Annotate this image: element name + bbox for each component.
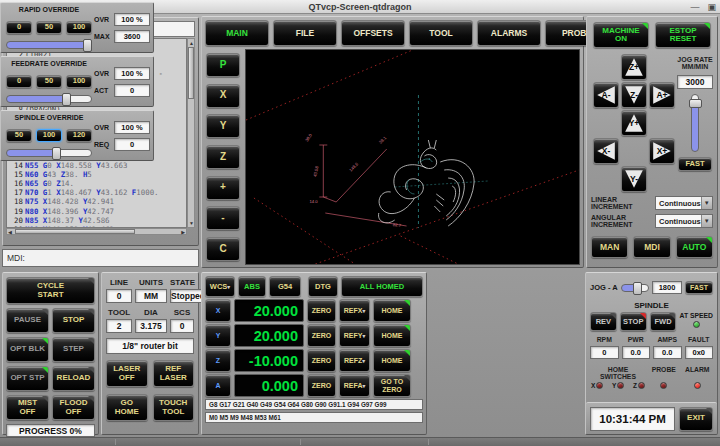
go-home-button[interactable]: GO HOME <box>106 394 148 421</box>
override-slider[interactable] <box>6 149 92 157</box>
step-button[interactable]: STEP <box>52 337 95 362</box>
mode-mdi-button[interactable]: MDI <box>633 236 670 258</box>
jog-a+-button[interactable]: A+ <box>649 82 675 108</box>
ref-a-button[interactable]: REFA ▾ <box>339 374 370 397</box>
home-x-button[interactable]: HOME <box>373 299 411 322</box>
override-preset-100-button[interactable]: 100 <box>66 21 92 34</box>
override-preset-100-button[interactable]: 100 <box>66 75 92 88</box>
override-slider[interactable] <box>6 41 92 49</box>
cycle-start-button[interactable]: CYCLE START <box>6 277 95 304</box>
override-slider-thumb[interactable] <box>62 93 71 106</box>
override-slider-thumb[interactable] <box>83 39 92 52</box>
preview-button-y[interactable]: Y <box>206 114 240 138</box>
jog-rate-slider[interactable] <box>691 94 699 152</box>
scroll-up-icon[interactable]: ▲ <box>189 40 194 46</box>
zero-a-button[interactable]: ZERO <box>307 374 336 397</box>
jog-y+-button[interactable]: Y+ <box>621 110 647 136</box>
wcs-dropdown-button[interactable]: WCS ▾ <box>205 276 235 297</box>
jog-fast-button[interactable]: FAST <box>678 157 712 171</box>
preview-button--[interactable]: - <box>206 206 240 230</box>
reload-button[interactable]: RELOAD <box>52 366 95 391</box>
mdi-input[interactable]: MDI: <box>2 249 199 267</box>
zero-z-button[interactable]: ZERO <box>307 349 336 372</box>
pause-button[interactable]: PAUSE <box>6 308 49 333</box>
minimize-icon[interactable]: — <box>690 1 699 13</box>
machine-on-button[interactable]: MACHINE ON <box>593 22 649 48</box>
jog-z+-button[interactable]: Z+ <box>621 54 647 80</box>
jog-z--button[interactable]: Z- <box>621 82 647 108</box>
hscroll-thumb[interactable] <box>15 229 135 234</box>
dtg-button[interactable]: DTG <box>308 276 338 297</box>
tab-file[interactable]: FILE <box>273 20 337 46</box>
axis-y-button[interactable]: Y <box>205 324 231 347</box>
spindle-rev-button[interactable]: REV <box>590 312 617 331</box>
override-preset-120-button[interactable]: 120 <box>66 129 92 142</box>
tab-offsets[interactable]: OFFSETS <box>341 20 405 46</box>
increment-dropdown[interactable]: Continuous▼ <box>655 214 713 228</box>
stop-button[interactable]: STOP <box>52 308 95 333</box>
jog-a-slider-thumb[interactable] <box>633 282 642 295</box>
preview-button-c[interactable]: C <box>206 237 240 261</box>
jog-a--button[interactable]: A- <box>593 82 619 108</box>
home-y-button[interactable]: HOME <box>373 324 411 347</box>
opt-blk-button[interactable]: OPT BLK <box>6 337 49 362</box>
touch-tool-button[interactable]: TOUCH TOOL <box>153 394 195 421</box>
axis-a-button[interactable]: A <box>205 374 231 397</box>
override-preset-50-button[interactable]: 50 <box>36 75 62 88</box>
home-z-button[interactable]: HOME <box>373 349 411 372</box>
laser-off-button[interactable]: LASER OFF <box>106 360 148 387</box>
ref-x-button[interactable]: REFX ▾ <box>339 299 370 322</box>
ref-y-button[interactable]: REFY ▾ <box>339 324 370 347</box>
maximize-icon[interactable]: ▣ <box>707 1 716 13</box>
exit-button[interactable]: EXIT <box>679 407 713 431</box>
scroll-down-icon[interactable]: ▼ <box>189 220 194 226</box>
override-slider[interactable] <box>6 95 92 103</box>
mode-man-button[interactable]: MAN <box>591 236 628 258</box>
mode-auto-button[interactable]: AUTO <box>676 236 713 258</box>
ref-z-button[interactable]: REFZ ▾ <box>339 349 370 372</box>
override-preset-50-button[interactable]: 50 <box>6 129 32 142</box>
mist-off-button[interactable]: MIST OFF <box>6 395 49 420</box>
spindle-stop-button[interactable]: STOP <box>620 312 647 331</box>
tab-tool[interactable]: TOOL <box>409 20 473 46</box>
tab-alarms[interactable]: ALARMS <box>477 20 541 46</box>
vscroll-thumb[interactable] <box>188 47 194 99</box>
jog-a-slider[interactable] <box>621 284 649 292</box>
preview-button-x[interactable]: X <box>206 84 240 108</box>
axis-z-button[interactable]: Z <box>205 349 231 372</box>
axis-x-button[interactable]: X <box>205 299 231 322</box>
spindle-fwd-button[interactable]: FWD <box>650 312 677 331</box>
abs-button[interactable]: ABS <box>238 276 266 297</box>
estop-reset-button[interactable]: ESTOP RESET <box>655 22 711 48</box>
g54-button[interactable]: G54 <box>269 276 301 297</box>
tab-main[interactable]: MAIN <box>205 20 269 46</box>
preview-button-+[interactable]: + <box>206 176 240 200</box>
jog-a-value[interactable]: 1800 <box>652 281 682 294</box>
jog-rate-slider-thumb[interactable] <box>689 99 702 108</box>
jog-x+-button[interactable]: X+ <box>649 138 675 164</box>
gcode-line-text: N75 X148.428 Y42.941 <box>25 197 114 206</box>
preview-button-p[interactable]: P <box>206 53 240 77</box>
jog-y--button[interactable]: Y- <box>621 166 647 192</box>
override-preset-50-button[interactable]: 50 <box>36 21 62 34</box>
jog-x--button[interactable]: X- <box>593 138 619 164</box>
override-preset-0-button[interactable]: 0 <box>6 75 32 88</box>
horizontal-scrollbar[interactable]: ◀ ▶ <box>6 228 187 235</box>
flood-off-button[interactable]: FLOOD OFF <box>52 395 95 420</box>
home-a-button[interactable]: GO TO ZERO <box>373 374 411 397</box>
override-preset-0-button[interactable]: 0 <box>6 21 32 34</box>
preview-button-z[interactable]: Z <box>206 145 240 169</box>
gremlin-preview[interactable]: 38.0 43.58 14.0 148.6 82.7 38.1 <box>245 49 580 265</box>
jog-a-fast-button[interactable]: FAST <box>685 281 713 294</box>
ref-laser-button[interactable]: REF LASER <box>153 360 195 387</box>
zero-x-button[interactable]: ZERO <box>307 299 336 322</box>
vertical-scrollbar[interactable]: ▲ ▼ <box>187 38 195 228</box>
zero-y-button[interactable]: ZERO <box>307 324 336 347</box>
scroll-right-icon[interactable]: ▶ <box>181 229 185 235</box>
scroll-left-icon[interactable]: ◀ <box>8 229 12 235</box>
opt-stp-button[interactable]: OPT STP <box>6 366 49 391</box>
override-slider-thumb[interactable] <box>52 147 61 160</box>
increment-dropdown[interactable]: Continuous▼ <box>655 196 713 210</box>
override-preset-100-button[interactable]: 100 <box>36 129 62 142</box>
jog-rate-value[interactable]: 3000 <box>677 75 713 89</box>
